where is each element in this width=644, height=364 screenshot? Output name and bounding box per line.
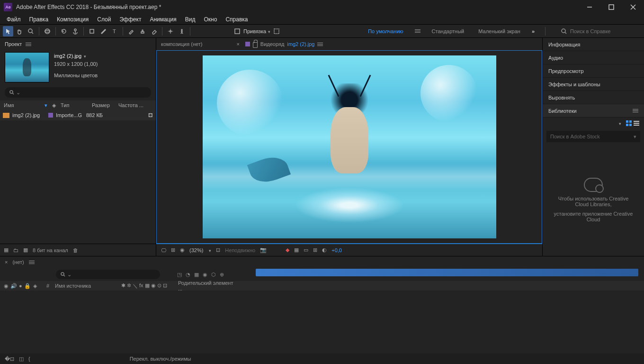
- switches-icon[interactable]: ▦: [145, 282, 150, 290]
- library-select-dropdown[interactable]: [618, 120, 621, 126]
- snap-dropdown-icon[interactable]: [267, 28, 270, 34]
- timeline-layers[interactable]: [0, 291, 644, 354]
- minimize-button[interactable]: [579, 0, 600, 14]
- monitor-icon[interactable]: 🖵: [161, 247, 166, 253]
- maximize-button[interactable]: [600, 0, 622, 14]
- list-view-icon[interactable]: [634, 121, 639, 126]
- project-search[interactable]: ⌄: [5, 87, 151, 98]
- timeline-workarea[interactable]: [256, 269, 638, 276]
- snap-checkbox-icon[interactable]: [232, 26, 242, 36]
- audio-col-icon[interactable]: 🔊: [10, 283, 17, 289]
- toggle-modes-icon[interactable]: ◫: [19, 356, 24, 362]
- hand-tool-icon[interactable]: [14, 26, 25, 36]
- asset-thumbnail[interactable]: [5, 52, 49, 82]
- zoom-dropdown-icon[interactable]: [208, 247, 211, 253]
- index-col[interactable]: #: [41, 283, 55, 289]
- res-icon[interactable]: ⊡: [216, 247, 220, 253]
- menu-effect[interactable]: Эффект: [116, 15, 145, 24]
- menu-help[interactable]: Справка: [222, 15, 251, 24]
- snapshot-icon[interactable]: 📷: [260, 247, 267, 253]
- timeline-search[interactable]: ⌄: [56, 270, 160, 279]
- workspace-standard[interactable]: Стандартный: [429, 27, 467, 36]
- menu-layer[interactable]: Слой: [93, 15, 115, 24]
- pen-tool-icon[interactable]: [98, 26, 108, 36]
- shy-icon[interactable]: ◔: [186, 272, 190, 278]
- workspace-overflow-icon[interactable]: »: [532, 28, 535, 34]
- snap-bounds-icon[interactable]: [271, 26, 282, 36]
- project-item-row[interactable]: img2 (2).jpg Importe...G 882 КБ ⚃: [0, 110, 156, 120]
- new-comp-icon[interactable]: ▩: [23, 247, 28, 253]
- asset-dropdown-icon[interactable]: [83, 53, 86, 59]
- viewer[interactable]: [156, 50, 542, 244]
- menu-window[interactable]: Окно: [200, 15, 221, 24]
- panel-audio[interactable]: Аудио: [543, 51, 644, 64]
- flowchart-icon[interactable]: ⚃: [148, 112, 153, 118]
- workspace-default[interactable]: По умолчанию: [365, 27, 406, 36]
- grid-icon[interactable]: ⊞: [171, 247, 175, 253]
- lock-col-icon[interactable]: 🔒: [24, 283, 31, 289]
- bpc-label[interactable]: 8 бит на канал: [33, 247, 68, 253]
- panel-preview[interactable]: Предпросмотр: [543, 64, 644, 78]
- frame-blend-icon[interactable]: ▦: [194, 272, 199, 278]
- tag-icon[interactable]: ◈: [51, 102, 57, 109]
- footage-tab[interactable]: Видеоряд img2 (2).jpg: [245, 40, 323, 48]
- parent-col[interactable]: Родительский элемент ...: [178, 280, 235, 291]
- brush-tool-icon[interactable]: [126, 26, 136, 36]
- eye-col-icon[interactable]: ◉: [4, 283, 9, 289]
- col-type[interactable]: Тип: [60, 102, 88, 108]
- menu-view[interactable]: Вид: [181, 15, 199, 24]
- switches-icon[interactable]: ◉: [151, 282, 156, 290]
- solo-col-icon[interactable]: ●: [19, 283, 22, 289]
- eraser-tool-icon[interactable]: [149, 26, 159, 36]
- switches-icon[interactable]: ＼: [133, 282, 138, 290]
- puppet-tool-icon[interactable]: [177, 26, 187, 36]
- menu-composition[interactable]: Композиция: [53, 15, 92, 24]
- guides-icon[interactable]: ⊞: [313, 247, 317, 253]
- comp-none-tab[interactable]: композиция (нет): [161, 41, 202, 47]
- anchor-tool-icon[interactable]: [70, 26, 80, 36]
- interpret-icon[interactable]: ▦: [4, 247, 9, 253]
- toggle-switches-icon[interactable]: �⊡: [5, 356, 14, 362]
- sort-icon[interactable]: ▾: [44, 102, 48, 109]
- switches-icon[interactable]: ✱: [121, 282, 125, 290]
- project-panel-title[interactable]: Проект: [5, 41, 22, 47]
- panel-effects[interactable]: Эффекты и шаблоны: [543, 78, 644, 91]
- col-rate[interactable]: Частота ...: [117, 102, 144, 108]
- new-folder-icon[interactable]: 🗀: [13, 247, 18, 253]
- panel-align[interactable]: Выровнять: [543, 91, 644, 104]
- comp-mini-icon[interactable]: ◳: [177, 272, 182, 278]
- col-size[interactable]: Размер: [91, 102, 115, 108]
- menu-file[interactable]: Файл: [3, 15, 25, 24]
- col-name[interactable]: Имя: [3, 102, 41, 108]
- toggle-pane-icon[interactable]: {: [28, 356, 30, 362]
- motion-blur-icon[interactable]: ◉: [203, 272, 207, 278]
- timeline-tab-none[interactable]: (нет): [12, 259, 24, 265]
- project-panel-menu-icon[interactable]: [26, 43, 31, 46]
- selection-tool-icon[interactable]: [3, 26, 13, 36]
- rotate-tool-icon[interactable]: [59, 26, 69, 36]
- mask-icon[interactable]: ◉: [180, 247, 185, 253]
- source-col[interactable]: Имя источника: [55, 283, 121, 289]
- panel-libraries[interactable]: Библиотеки: [543, 104, 644, 118]
- label-col-icon[interactable]: ◈: [33, 283, 41, 289]
- workspace-menu-icon[interactable]: [415, 29, 420, 33]
- trash-icon[interactable]: 🗑: [73, 247, 78, 253]
- rect-tool-icon[interactable]: [87, 26, 97, 36]
- grid-view-icon[interactable]: [626, 120, 632, 126]
- timeline-close-icon[interactable]: ×: [5, 259, 8, 265]
- switches-icon[interactable]: ⊙: [157, 282, 161, 290]
- switches-icon[interactable]: ⊡: [163, 282, 167, 290]
- graph-icon[interactable]: ⬡: [211, 272, 216, 278]
- exposure-icon[interactable]: ◐: [322, 247, 327, 253]
- timeline-menu-icon[interactable]: [29, 261, 35, 264]
- footage-menu-icon[interactable]: [317, 43, 323, 46]
- toggle-label[interactable]: Перекл. выключ./режимы: [130, 356, 191, 362]
- switches-icon[interactable]: ✲: [127, 282, 131, 290]
- zoom-level[interactable]: (32%): [189, 247, 203, 253]
- region-icon[interactable]: ▭: [304, 247, 308, 253]
- orbit-tool-icon[interactable]: [42, 26, 53, 36]
- brainstorm-icon[interactable]: ⊕: [220, 272, 224, 278]
- rotobrush-tool-icon[interactable]: [165, 26, 176, 36]
- menu-animation[interactable]: Анимация: [146, 15, 180, 24]
- exposure-value[interactable]: +0,0: [331, 247, 342, 253]
